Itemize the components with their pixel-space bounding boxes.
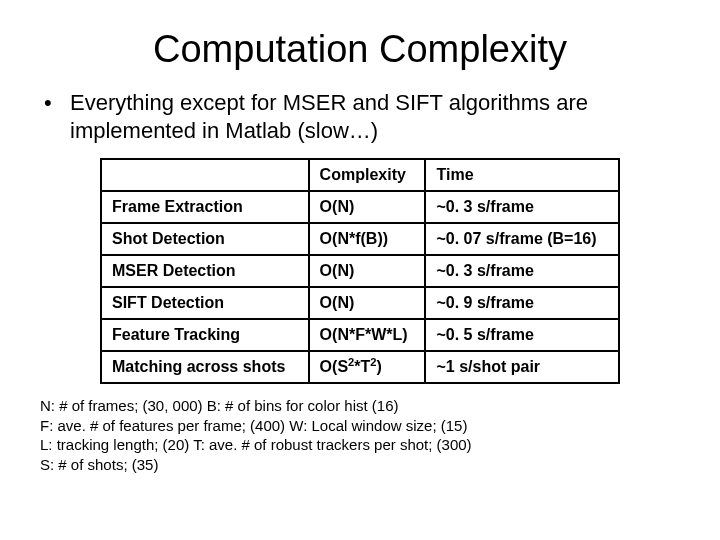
row-complexity: O(N*F*W*L) [309, 319, 426, 351]
bullet-item: • Everything except for MSER and SIFT al… [44, 89, 690, 144]
row-label: MSER Detection [101, 255, 309, 287]
legend-line: N: # of frames; (30, 000) B: # of bins f… [40, 396, 690, 416]
row-complexity: O(N) [309, 191, 426, 223]
row-time: ~0. 3 s/frame [425, 191, 619, 223]
slide: Computation Complexity • Everything exce… [0, 0, 720, 540]
table-row: Matching across shots O(S2*T2) ~1 s/shot… [101, 351, 619, 383]
row-complexity: O(S2*T2) [309, 351, 426, 383]
row-label: Feature Tracking [101, 319, 309, 351]
legend-line: L: tracking length; (20) T: ave. # of ro… [40, 435, 690, 455]
row-label: SIFT Detection [101, 287, 309, 319]
header-empty [101, 159, 309, 191]
row-time: ~1 s/shot pair [425, 351, 619, 383]
complexity-table: Complexity Time Frame Extraction O(N) ~0… [100, 158, 620, 384]
table-header-row: Complexity Time [101, 159, 619, 191]
bullet-dot-icon: • [44, 89, 70, 117]
row-complexity: O(N) [309, 287, 426, 319]
row-complexity: O(N*f(B)) [309, 223, 426, 255]
row-label: Matching across shots [101, 351, 309, 383]
legend: N: # of frames; (30, 000) B: # of bins f… [40, 396, 690, 474]
table-row: Frame Extraction O(N) ~0. 3 s/frame [101, 191, 619, 223]
legend-line: S: # of shots; (35) [40, 455, 690, 475]
table-row: MSER Detection O(N) ~0. 3 s/frame [101, 255, 619, 287]
row-time: ~0. 07 s/frame (B=16) [425, 223, 619, 255]
header-complexity: Complexity [309, 159, 426, 191]
legend-line: F: ave. # of features per frame; (400) W… [40, 416, 690, 436]
row-time: ~0. 9 s/frame [425, 287, 619, 319]
row-label: Shot Detection [101, 223, 309, 255]
table-row: Shot Detection O(N*f(B)) ~0. 07 s/frame … [101, 223, 619, 255]
header-time: Time [425, 159, 619, 191]
bullet-text: Everything except for MSER and SIFT algo… [70, 89, 690, 144]
row-complexity: O(N) [309, 255, 426, 287]
table-row: SIFT Detection O(N) ~0. 9 s/frame [101, 287, 619, 319]
slide-title: Computation Complexity [30, 28, 690, 71]
row-time: ~0. 5 s/frame [425, 319, 619, 351]
row-time: ~0. 3 s/frame [425, 255, 619, 287]
row-label: Frame Extraction [101, 191, 309, 223]
table-row: Feature Tracking O(N*F*W*L) ~0. 5 s/fram… [101, 319, 619, 351]
